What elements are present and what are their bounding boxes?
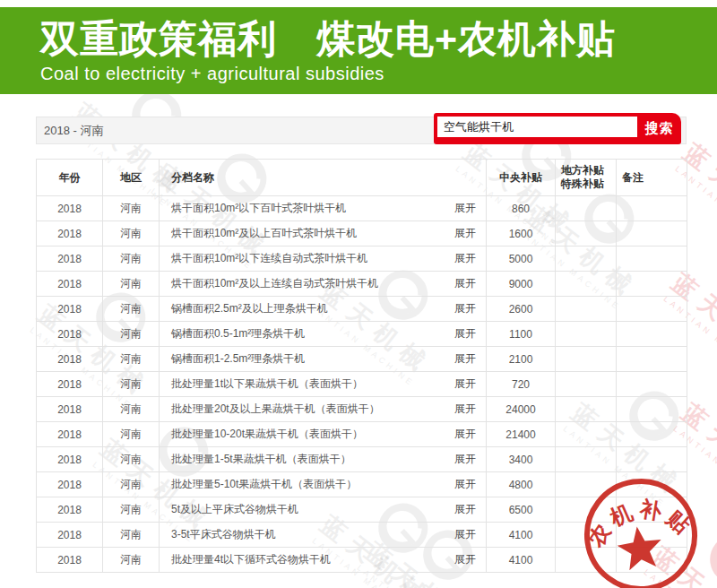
cell-region: 河南 [103,397,160,422]
cell-year: 2018 [37,347,103,372]
cell-year: 2018 [37,447,103,472]
cell-region: 河南 [103,548,160,573]
expand-link[interactable]: 展开 [454,552,480,567]
table-row: 2018 河南 批处理量20t及以上果蔬烘干机（表面烘干） 展开 24000 [37,397,687,422]
expand-link[interactable]: 展开 [454,427,480,442]
cell-name-text: 烘干面积10m²及以上百叶式茶叶烘干机 [171,226,357,241]
search-input[interactable] [437,117,637,137]
filter-label: 2018 - 河南 [44,117,103,143]
cell-region: 河南 [103,297,160,322]
cell-name: 锅槽面积2.5m²及以上理条烘干机 展开 [160,297,487,322]
cell-central-subsidy: 2100 [487,347,556,372]
cell-remark [617,221,687,246]
cell-year: 2018 [37,548,103,573]
cell-central-subsidy: 2600 [487,297,556,322]
table-row: 2018 河南 烘干面积10m²以下连续自动式茶叶烘干机 展开 5000 [37,246,687,272]
cell-remark [617,322,687,347]
expand-link[interactable]: 展开 [454,402,480,417]
cell-year: 2018 [37,246,103,272]
cell-name: 批处理量4t以下循环式谷物烘干机 展开 [160,548,487,573]
cell-year: 2018 [37,221,103,246]
cell-name: 批处理量1t以下果蔬烘干机（表面烘干） 展开 [160,372,487,397]
cell-name: 批处理量20t及以上果蔬烘干机（表面烘干） 展开 [160,397,487,422]
table-row: 2018 河南 批处理量10-20t果蔬烘干机（表面烘干） 展开 21400 [37,422,687,447]
expand-link[interactable]: 展开 [454,226,480,241]
cell-remark [617,372,687,397]
cell-central-subsidy: 4100 [487,548,556,573]
cell-remark [617,196,687,221]
cell-remark [617,272,687,297]
cell-remark [617,422,687,447]
expand-link[interactable]: 展开 [454,326,480,342]
stamp-star-icon [615,523,664,571]
cell-remark [617,347,687,372]
cell-name-text: 锅槽面积1-2.5m²理条烘干机 [171,351,305,367]
cell-central-subsidy: 1100 [487,322,556,347]
table-row: 2018 河南 烘干面积10m²以下百叶式茶叶烘干机 展开 860 [37,196,687,221]
cell-name-text: 烘干面积10m²及以上连续自动式茶叶烘干机 [171,276,378,291]
cell-name: 烘干面积10m²及以上百叶式茶叶烘干机 展开 [160,221,487,246]
cell-name-text: 批处理量4t以下循环式谷物烘干机 [171,552,331,567]
cell-central-subsidy: 6500 [487,497,556,523]
cell-name-text: 批处理量10-20t果蔬烘干机（表面烘干） [171,427,363,442]
cell-year: 2018 [37,422,103,447]
expand-link[interactable]: 展开 [454,201,480,216]
cell-name-text: 批处理量1-5t果蔬烘干机（表面烘干） [171,452,351,467]
cell-name-text: 批处理量20t及以上果蔬烘干机（表面烘干） [171,402,380,417]
cell-local-subsidy [556,322,617,347]
cell-region: 河南 [103,322,160,347]
cell-year: 2018 [37,297,103,322]
cell-name-text: 锅槽面积0.5-1m²理条烘干机 [171,326,305,342]
cell-year: 2018 [37,196,103,221]
page-title: 双重政策福利 煤改电+农机补贴 [40,16,717,61]
col-header-local-line1: 地方补贴 [561,164,610,177]
expand-link[interactable]: 展开 [454,452,480,467]
expand-link[interactable]: 展开 [454,351,480,367]
cell-remark [617,297,687,322]
col-header-year: 年份 [37,160,103,196]
cell-local-subsidy [556,372,617,397]
cell-region: 河南 [103,497,160,523]
cell-year: 2018 [37,322,103,347]
cell-year: 2018 [37,372,103,397]
cell-local-subsidy [556,196,617,221]
expand-link[interactable]: 展开 [454,251,480,266]
cell-local-subsidy [556,422,617,447]
col-header-region: 地区 [103,160,160,196]
cell-region: 河南 [103,246,160,272]
expand-link[interactable]: 展开 [454,301,480,316]
cell-local-subsidy [556,221,617,246]
cell-name-text: 5t及以上平床式谷物烘干机 [171,502,298,517]
cell-local-subsidy [556,347,617,372]
cell-region: 河南 [103,272,160,297]
cell-central-subsidy: 5000 [487,246,556,272]
cell-name-text: 3-5t平床式谷物烘干机 [171,527,276,542]
expand-link[interactable]: 展开 [454,477,480,492]
cell-central-subsidy: 24000 [487,397,556,422]
cell-region: 河南 [103,523,160,548]
cell-local-subsidy [556,397,617,422]
cell-central-subsidy: 21400 [487,422,556,447]
cell-remark [617,246,687,272]
cell-region: 河南 [103,221,160,246]
cell-name-text: 烘干面积10m²以下连续自动式茶叶烘干机 [171,251,367,266]
cell-name: 烘干面积10m²以下百叶式茶叶烘干机 展开 [160,196,487,221]
expand-link[interactable]: 展开 [454,376,480,392]
cell-name: 5t及以上平床式谷物烘干机 展开 [160,497,487,523]
table-row: 2018 河南 烘干面积10m²及以上百叶式茶叶烘干机 展开 1600 [37,221,687,246]
page-subtitle: Coal to electricity + agricultural subsi… [40,64,717,84]
cell-year: 2018 [37,472,103,497]
cell-name-text: 批处理量5-10t果蔬烘干机（表面烘干） [171,477,357,492]
expand-link[interactable]: 展开 [454,502,480,517]
cell-name: 锅槽面积1-2.5m²理条烘干机 展开 [160,347,487,372]
col-header-remark: 备注 [617,160,687,196]
table-row: 2018 河南 锅槽面积1-2.5m²理条烘干机 展开 2100 [37,347,687,372]
table-row: 2018 河南 锅槽面积2.5m²及以上理条烘干机 展开 2600 [37,297,687,322]
search-button[interactable]: 搜索 [637,113,681,144]
cell-name-text: 锅槽面积2.5m²及以上理条烘干机 [171,301,328,316]
expand-link[interactable]: 展开 [454,276,480,291]
table-row: 2018 河南 烘干面积10m²及以上连续自动式茶叶烘干机 展开 9000 [37,272,687,297]
expand-link[interactable]: 展开 [454,527,480,542]
cell-region: 河南 [103,196,160,221]
cell-region: 河南 [103,472,160,497]
